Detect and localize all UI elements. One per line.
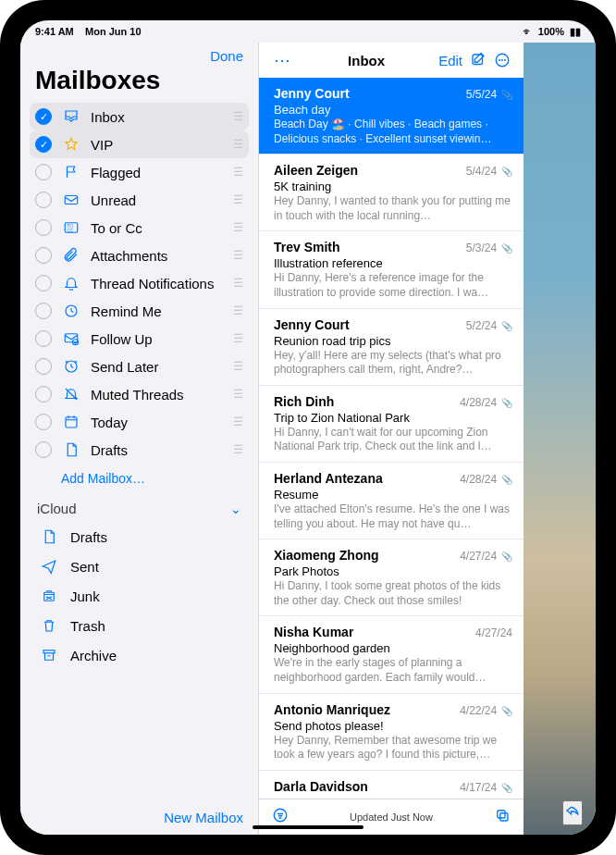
checkbox-icon[interactable] [35, 414, 52, 430]
folder-junk[interactable]: Junk [30, 581, 249, 611]
paperclip-icon: 📎 [499, 475, 512, 485]
mailbox-item-follow-up[interactable]: Follow Up☰ [30, 325, 249, 353]
message-row[interactable]: Jenny Court5/2/24 📎Reunion road trip pic… [259, 309, 524, 386]
screen: 9:41 AM Mon Jun 10 ᯤ 100% ▮▮ Done Mailbo… [20, 20, 596, 835]
mailbox-item-attachments[interactable]: Attachments☰ [30, 242, 249, 269]
checkbox-icon[interactable] [35, 330, 52, 347]
svg-rect-10 [43, 651, 55, 653]
mailbox-label: Attachments [91, 248, 224, 264]
multi-window-button[interactable] [494, 807, 511, 827]
message-row[interactable]: Darla Davidson4/17/24 📎The best vacation… [259, 771, 524, 799]
message-subject: The best vacation [274, 796, 512, 799]
folder-trash[interactable]: Trash [30, 611, 249, 640]
reorder-handle-icon[interactable]: ☰ [233, 138, 243, 151]
ipad-device: 9:41 AM Mon Jun 10 ᯤ 100% ▮▮ Done Mailbo… [0, 0, 616, 855]
message-preview: Hey, y'all! Here are my selects (that's … [274, 349, 512, 378]
folder-sent[interactable]: Sent [30, 551, 249, 581]
mailbox-item-to-or-cc[interactable]: TOCCTo or Cc☰ [30, 214, 249, 242]
checkbox-icon[interactable]: ✓ [35, 108, 52, 125]
reorder-handle-icon[interactable]: ☰ [233, 277, 243, 290]
mailbox-item-vip[interactable]: ✓VIP☰ [30, 130, 249, 158]
home-indicator[interactable] [253, 825, 363, 829]
message-row[interactable]: Antonio Manriquez4/22/24 📎Send photos pl… [259, 694, 524, 771]
reorder-handle-icon[interactable]: ☰ [233, 443, 243, 456]
reorder-handle-icon[interactable]: ☰ [233, 221, 243, 234]
reorder-handle-icon[interactable]: ☰ [233, 193, 243, 206]
checkbox-icon[interactable] [35, 192, 52, 208]
filter-button[interactable] [272, 807, 289, 827]
message-row[interactable]: Trev Smith5/3/24 📎Illustration reference… [259, 231, 524, 308]
message-row[interactable]: Rich Dinh4/28/24 📎Trip to Zion National … [259, 386, 524, 463]
mailbox-item-remind-me[interactable]: Remind Me☰ [30, 297, 249, 325]
followup-icon [61, 330, 81, 347]
message-sender: Jenny Court [274, 86, 350, 101]
message-row[interactable]: Herland Antezana4/28/24 📎ResumeI've atta… [259, 463, 524, 539]
message-subject: 5K training [274, 180, 512, 193]
message-date: 4/28/24 [460, 396, 497, 409]
inbox-icon [61, 108, 81, 125]
star-icon [61, 136, 81, 153]
message-preview: I've attached Elton's resume. He's the o… [274, 502, 512, 531]
message-sender: Nisha Kumar [274, 625, 353, 639]
svg-rect-0 [65, 196, 78, 204]
mailbox-item-today[interactable]: Today☰ [30, 408, 249, 436]
message-row[interactable]: Aileen Zeigen5/4/24 📎5K trainingHey Dann… [259, 155, 524, 231]
reorder-handle-icon[interactable]: ☰ [233, 304, 243, 317]
checkbox-icon[interactable] [35, 441, 52, 458]
reorder-handle-icon[interactable]: ☰ [233, 360, 243, 373]
reorder-handle-icon[interactable]: ☰ [233, 388, 243, 401]
checkbox-icon[interactable] [35, 164, 52, 180]
reply-button[interactable] [562, 800, 583, 825]
more-icon[interactable] [490, 48, 514, 72]
inbox-footer: Updated Just Now [259, 799, 524, 835]
svg-point-16 [274, 809, 287, 822]
account-header[interactable]: iCloud⌄ [30, 495, 249, 522]
flag-icon [61, 164, 81, 180]
add-mailbox-button[interactable]: Add Mailbox… [30, 464, 249, 495]
checkbox-icon[interactable] [35, 303, 52, 319]
reorder-handle-icon[interactable]: ☰ [233, 332, 243, 345]
mailbox-item-send-later[interactable]: Send Later☰ [30, 353, 249, 380]
message-list[interactable]: Jenny Court5/5/24 📎Beach dayBeach Day 🏖️… [259, 78, 524, 799]
mailbox-label: Send Later [91, 359, 224, 375]
message-subject: Trip to Zion National Park [274, 411, 512, 425]
done-button[interactable]: Done [210, 48, 243, 64]
paperclip-icon: 📎 [499, 398, 512, 408]
folder-drafts[interactable]: Drafts [30, 522, 249, 551]
checkbox-icon[interactable] [35, 386, 52, 403]
folder-archive[interactable]: Archive [30, 640, 249, 670]
reorder-handle-icon[interactable]: ☰ [233, 110, 243, 123]
message-subject: Reunion road trip pics [274, 334, 512, 348]
checkbox-icon[interactable]: ✓ [35, 136, 52, 153]
reorder-handle-icon[interactable]: ☰ [233, 249, 243, 262]
message-row[interactable]: Nisha Kumar4/27/24Neighborhood gardenWe'… [259, 616, 524, 693]
mailbox-item-muted-threads[interactable]: Muted Threads☰ [30, 380, 249, 408]
sidebar-toggle-icon[interactable]: ⋯ [270, 48, 294, 72]
mailbox-label: Flagged [91, 165, 224, 180]
mailbox-item-flagged[interactable]: Flagged☰ [30, 158, 249, 186]
checkbox-icon[interactable] [35, 247, 52, 264]
new-mailbox-button[interactable]: New Mailbox [164, 810, 243, 825]
mailbox-item-unread[interactable]: Unread☰ [30, 186, 249, 214]
reorder-handle-icon[interactable]: ☰ [233, 415, 243, 428]
edit-button[interactable]: Edit [438, 53, 462, 68]
checkbox-icon[interactable] [35, 219, 52, 236]
mailbox-item-inbox[interactable]: ✓Inbox☰ [30, 103, 249, 130]
reorder-handle-icon[interactable]: ☰ [233, 166, 243, 179]
mailbox-list[interactable]: ✓Inbox☰✓VIP☰Flagged☰Unread☰TOCCTo or Cc☰… [20, 103, 258, 800]
message-subject: Resume [274, 488, 512, 502]
reading-pane-preview [524, 43, 596, 835]
checkbox-icon[interactable] [35, 358, 52, 375]
mailbox-label: Follow Up [91, 331, 224, 347]
compose-button[interactable] [466, 48, 490, 72]
trash-icon [39, 617, 59, 634]
mailbox-item-drafts[interactable]: Drafts☰ [30, 436, 249, 464]
status-bar: 9:41 AM Mon Jun 10 ᯤ 100% ▮▮ [20, 20, 596, 43]
message-subject: Park Photos [274, 564, 512, 578]
mailbox-item-thread-notifications[interactable]: Thread Notifications☰ [30, 269, 249, 297]
svg-rect-17 [498, 811, 505, 818]
inbox-pane: ⋯ Inbox Edit Jenny Court5/5/24 📎Beach da… [259, 43, 524, 835]
checkbox-icon[interactable] [35, 275, 52, 291]
message-row[interactable]: Jenny Court5/5/24 📎Beach dayBeach Day 🏖️… [259, 78, 524, 155]
message-row[interactable]: Xiaomeng Zhong4/27/24 📎Park PhotosHi Dan… [259, 539, 524, 616]
